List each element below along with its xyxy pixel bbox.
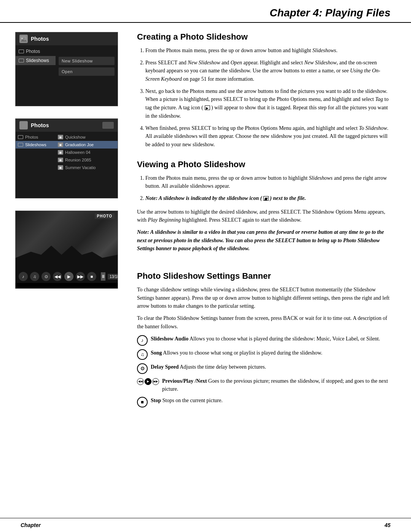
banner-heading: Photo Slideshow Settings Banner [137, 271, 390, 281]
screenshot-2: Photos Photos Slideshows [15, 118, 118, 198]
ss1-menu-slideshows[interactable]: Slideshows [16, 56, 56, 65]
section-creating: Creating a Photo Slideshow From the Phot… [137, 32, 390, 149]
left-column: Photos Photos Slideshows New Slideshow O… [0, 23, 129, 418]
ss2-graduation[interactable]: ▣ Graduation Joe [56, 141, 118, 149]
ctrl-prev[interactable]: ◀◀ [53, 272, 62, 281]
ss2-photos-item[interactable]: Photos [16, 133, 56, 141]
chapter-title: Chapter 4: Playing Files [21, 7, 390, 19]
ss1-title: Photos [31, 36, 49, 42]
ss3-photo-area: PHOTO [16, 211, 118, 270]
ss2-content: Photos Slideshows ▣ Quickshow ▣ Graduati… [16, 132, 118, 173]
creating-step-4: When finished, press SELECT to bring up … [145, 124, 390, 149]
ss2-header-widget [102, 122, 114, 129]
main-content: Photos Photos Slideshows New Slideshow O… [0, 23, 411, 441]
ss2-right-list: ▣ Quickshow ▣ Graduation Joe ▣ Halloween… [56, 132, 118, 173]
ss2-header-left: Photos [19, 121, 49, 129]
slideshow-icon-1: ▣ [58, 135, 63, 139]
footer-page: 45 [384, 522, 390, 528]
slideshow-audio-icon: ♪ [137, 335, 148, 346]
viewing-steps: From the Photos main menu, press the up … [137, 174, 390, 203]
viewing-step-2-text: Use the arrow buttons to highlight the d… [137, 208, 390, 224]
ss1-left-menu: Photos Slideshows [16, 45, 56, 79]
ss2-left-menu: Photos Slideshows [16, 132, 56, 173]
song-text: Song Allows you to choose what song or p… [151, 349, 322, 357]
ss1-open[interactable]: Open [59, 67, 115, 76]
slideshow-icon-2: ▣ [58, 142, 63, 147]
stop-icon: ■ [137, 397, 148, 407]
icon-item-song: ♫ Song Allows you to choose what song or… [137, 349, 390, 360]
photos-icon-2 [19, 121, 28, 129]
ss3-pause-btn[interactable]: ⏸ [101, 272, 105, 281]
delay-icon: ⊙ [137, 363, 148, 374]
menu-icon-slideshows [19, 59, 24, 62]
menu-icon-photos [19, 50, 24, 53]
creating-heading: Creating a Photo Slideshow [137, 32, 390, 42]
svg-point-1 [21, 38, 23, 39]
playrow-text: Previous/Play /Next Goes to the previous… [162, 377, 390, 393]
ctrl-stop[interactable]: ■ [87, 272, 96, 281]
ss2-halloween[interactable]: ▣ Halloween 04 [56, 149, 118, 156]
ss2-title: Photos [31, 122, 49, 128]
stop-label: Stop [151, 398, 161, 403]
icon-item-stop: ■ Stop Stops on the current picture. [137, 396, 390, 407]
ss3-photo-label: PHOTO [95, 213, 115, 219]
ctrl-play[interactable]: ▶ [64, 272, 73, 281]
right-column: Creating a Photo Slideshow From the Phot… [129, 23, 411, 418]
song-icon: ♫ [137, 349, 148, 360]
ctrl-audio[interactable]: ♪ [19, 272, 28, 281]
icon-item-delay: ⊙ Delay Speed Adjusts the time delay bet… [137, 363, 390, 374]
icon-item-audio: ♪ Slideshow Audio Allows you to choose w… [137, 335, 390, 346]
playrow-label: Previous/Play /Next [162, 378, 207, 384]
ss3-controls: ♪ ♫ ⊙ ◀◀ ▶ ▶▶ ■ ⏸ 13/18 [16, 270, 118, 283]
section-spacer [137, 264, 390, 271]
creating-step-2: Press SELECT and New Slideshow and Open … [145, 59, 390, 83]
creating-step-1: From the Photos main menu, press the up … [145, 46, 390, 55]
ss2-summer[interactable]: ▣ Summer Vacatio [56, 164, 118, 171]
ss1-menu-photos[interactable]: Photos [16, 47, 56, 56]
icon-item-playrow: ◀◀ ▶ ▶▶ Previous/Play /Next Goes to the … [137, 377, 390, 393]
screenshot-3: PHOTO ♪ ♫ ⊙ ◀◀ ▶ ▶▶ ■ ⏸ 13/18 [15, 211, 118, 289]
menu-icon-photos-2 [18, 135, 23, 139]
note2-text: Note: A slideshow is similar to a video … [137, 228, 390, 253]
photos-icon-1 [19, 35, 28, 43]
viewing-heading: Viewing a Photo Slideshow [137, 160, 390, 169]
ss1-new-slideshow[interactable]: New Slideshow [59, 57, 115, 65]
ss3-counter: 13/18 [108, 274, 118, 280]
ss1-menu: Photos Slideshows New Slideshow Open [16, 45, 118, 79]
ss2-header: Photos [16, 119, 118, 132]
page-header: Chapter 4: Playing Files [0, 0, 411, 23]
section-banner: Photo Slideshow Settings Banner To chang… [137, 271, 390, 407]
note1-label: Note: A slideshow is indicated by the sl… [145, 195, 306, 201]
slideshow-icon-5: ▣ [58, 165, 63, 170]
section-viewing: Viewing a Photo Slideshow From the Photo… [137, 160, 390, 253]
play-icons-row: ◀◀ ▶ ▶▶ [137, 378, 159, 385]
ss2-reunion[interactable]: ▣ Reunion 2085 [56, 156, 118, 164]
ctrl-next[interactable]: ▶▶ [76, 272, 85, 281]
slideshow-icon-3: ▣ [58, 150, 63, 155]
stop-text: Stop Stops on the current picture. [151, 396, 223, 405]
ss1-right-menu: New Slideshow Open [56, 45, 118, 79]
ss2-slideshows-item[interactable]: Slideshows [16, 141, 56, 149]
banner-para1: To change slideshow settings while viewi… [137, 286, 390, 310]
ctrl-song[interactable]: ♫ [30, 272, 39, 281]
ss1-header: Photos [16, 32, 118, 45]
screenshot-1: Photos Photos Slideshows New Slideshow O… [15, 32, 118, 106]
creating-step-3: Next, go back to the Photos menu and use… [145, 87, 390, 120]
ctrl-delay[interactable]: ⊙ [41, 272, 51, 281]
footer-chapter: Chapter [21, 522, 41, 528]
menu-icon-slideshows-2 [18, 143, 23, 147]
slideshow-audio-text: Slideshow Audio Allows you to choose wha… [151, 335, 380, 343]
delay-text: Delay Speed Adjusts the time delay betwe… [151, 363, 266, 371]
banner-para2: To clear the Photo Slideshow Settings ba… [137, 314, 390, 331]
ss2-quickshow[interactable]: ▣ Quickshow [56, 133, 118, 141]
next-icon: ▶▶ [152, 378, 159, 385]
prev-icon: ◀◀ [137, 378, 144, 385]
page-footer: Chapter 45 [0, 518, 411, 532]
song-label: Song [151, 350, 162, 356]
delay-label: Delay Speed [151, 364, 179, 370]
viewing-step-1: From the Photos main menu, press the up … [145, 174, 390, 190]
creating-steps: From the Photos main menu, press the up … [137, 46, 390, 149]
slideshow-audio-label: Slideshow Audio [151, 336, 188, 342]
play-icon: ▶ [145, 378, 151, 385]
slideshow-icon-4: ▣ [58, 158, 63, 162]
